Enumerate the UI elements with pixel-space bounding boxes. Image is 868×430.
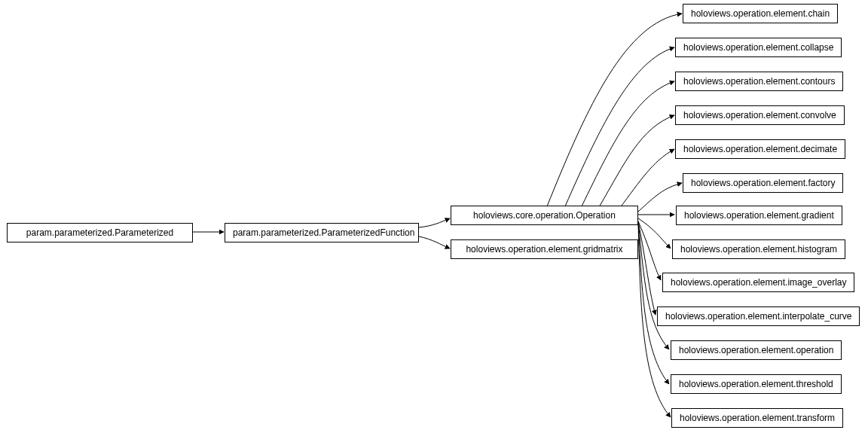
node-label: holoviews.core.operation.Operation — [473, 210, 616, 221]
node-label: holoviews.operation.element.collapse — [683, 42, 833, 53]
node-label: holoviews.operation.element.image_overla… — [671, 277, 846, 288]
node-chain[interactable]: holoviews.operation.element.chain — [683, 4, 838, 23]
node-label: holoviews.operation.element.gradient — [684, 210, 834, 221]
node-contours[interactable]: holoviews.operation.element.contours — [675, 72, 843, 91]
node-collapse[interactable]: holoviews.operation.element.collapse — [675, 38, 842, 57]
node-label: holoviews.operation.element.chain — [691, 8, 830, 19]
node-histogram[interactable]: holoviews.operation.element.histogram — [672, 239, 845, 259]
node-convolve[interactable]: holoviews.operation.element.convolve — [675, 105, 845, 125]
node-label: holoviews.operation.element.convolve — [683, 110, 836, 120]
node-decimate[interactable]: holoviews.operation.element.decimate — [675, 139, 845, 159]
node-label: holoviews.operation.element.decimate — [683, 144, 837, 154]
node-label: param.parameterized.Parameterized — [26, 227, 173, 238]
node-operation[interactable]: holoviews.operation.element.operation — [671, 340, 842, 360]
node-label: holoviews.operation.element.transform — [680, 413, 835, 423]
node-core-operation[interactable]: holoviews.core.operation.Operation — [451, 206, 638, 225]
node-image-overlay[interactable]: holoviews.operation.element.image_overla… — [662, 273, 854, 292]
node-label: holoviews.operation.element.gridmatrix — [466, 244, 622, 255]
node-label: holoviews.operation.element.histogram — [680, 244, 837, 255]
node-label: holoviews.operation.element.threshold — [679, 379, 833, 389]
node-gridmatrix[interactable]: holoviews.operation.element.gridmatrix — [451, 239, 638, 259]
node-label: holoviews.operation.element.interpolate_… — [665, 311, 851, 322]
node-interpolate-curve[interactable]: holoviews.operation.element.interpolate_… — [657, 306, 860, 326]
node-param-parameterized-function[interactable]: param.parameterized.ParameterizedFunctio… — [225, 223, 419, 242]
node-threshold[interactable]: holoviews.operation.element.threshold — [671, 374, 842, 394]
node-label: holoviews.operation.element.operation — [679, 345, 833, 355]
node-transform[interactable]: holoviews.operation.element.transform — [671, 408, 843, 428]
node-param-parameterized[interactable]: param.parameterized.Parameterized — [7, 223, 193, 242]
node-label: holoviews.operation.element.contours — [683, 76, 835, 87]
node-label: param.parameterized.ParameterizedFunctio… — [233, 227, 414, 238]
node-label: holoviews.operation.element.factory — [691, 178, 835, 188]
node-gradient[interactable]: holoviews.operation.element.gradient — [676, 206, 842, 225]
node-factory[interactable]: holoviews.operation.element.factory — [683, 173, 843, 193]
